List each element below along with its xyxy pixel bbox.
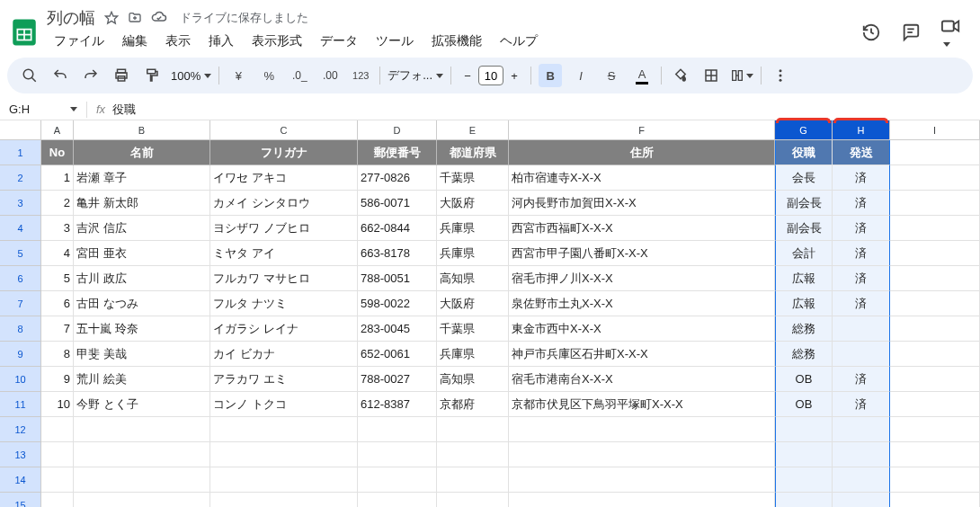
cell-name-8[interactable]: 五十嵐 玲奈 <box>74 316 210 342</box>
percent-button[interactable]: % <box>257 64 281 87</box>
cell-I14[interactable] <box>890 467 980 493</box>
cell-addr-2[interactable]: 柏市宿連寺X-X-X <box>509 165 775 191</box>
cell-pref-9[interactable]: 兵庫県 <box>437 342 509 367</box>
cell-name-11[interactable]: 今野 とく子 <box>74 392 210 417</box>
redo-button[interactable] <box>79 64 102 87</box>
cell-name-6[interactable]: 古川 政広 <box>74 266 210 291</box>
cell-C13[interactable] <box>210 442 358 467</box>
cell-addr-11[interactable]: 京都市伏見区下鳥羽平塚町X-X-X <box>509 392 775 417</box>
cell-H15[interactable] <box>833 493 890 507</box>
cell-furigana-4[interactable]: ヨシザワ ノブヒロ <box>210 216 358 241</box>
sheets-logo[interactable] <box>9 17 40 48</box>
cell-I7[interactable] <box>890 291 980 316</box>
cell-pref-8[interactable]: 千葉県 <box>437 316 509 342</box>
formula-bar[interactable]: 役職 <box>112 102 136 118</box>
menu-ツール[interactable]: ツール <box>369 31 421 52</box>
cloud-icon[interactable] <box>151 10 167 26</box>
cell-C15[interactable] <box>210 493 358 507</box>
borders-button[interactable] <box>699 64 723 87</box>
font-size-increase[interactable]: + <box>505 67 523 84</box>
cell-role-2[interactable]: 会長 <box>775 165 833 191</box>
header-furigana[interactable]: フリガナ <box>210 140 358 165</box>
row-header-4[interactable]: 4 <box>0 216 41 241</box>
cell-role-6[interactable]: 広報 <box>775 266 833 291</box>
cell-pref-5[interactable]: 兵庫県 <box>437 241 509 266</box>
cell-role-8[interactable]: 総務 <box>775 316 833 342</box>
row-header-13[interactable]: 13 <box>0 442 41 467</box>
cell-I6[interactable] <box>890 266 980 291</box>
cell-addr-7[interactable]: 泉佐野市土丸X-X-X <box>509 291 775 316</box>
cell-D13[interactable] <box>358 442 437 467</box>
cell-pref-6[interactable]: 高知県 <box>437 266 509 291</box>
cell-H13[interactable] <box>833 442 890 467</box>
column-header-B[interactable]: B <box>74 120 210 139</box>
header-ship[interactable]: 発送 <box>833 140 890 165</box>
cell-ship-11[interactable]: 済 <box>833 392 890 417</box>
paint-format-button[interactable] <box>140 64 164 87</box>
cell-I1[interactable] <box>890 140 980 165</box>
zoom-select[interactable]: 100% <box>171 69 211 83</box>
cell-name-5[interactable]: 宮田 亜衣 <box>74 241 210 266</box>
cell-I9[interactable] <box>890 342 980 367</box>
cell-role-7[interactable]: 広報 <box>775 291 833 316</box>
cell-I5[interactable] <box>890 241 980 266</box>
cell-H14[interactable] <box>833 467 890 493</box>
cell-no-9[interactable]: 8 <box>41 342 74 367</box>
font-size-input[interactable] <box>478 66 503 85</box>
cell-I15[interactable] <box>890 493 980 507</box>
cell-furigana-10[interactable]: アラカワ エミ <box>210 367 358 392</box>
cell-ship-10[interactable]: 済 <box>833 367 890 392</box>
cell-C14[interactable] <box>210 467 358 493</box>
more-formats-button[interactable]: 123 <box>349 64 372 87</box>
cell-zip-8[interactable]: 283-0045 <box>358 316 437 342</box>
cell-pref-4[interactable]: 兵庫県 <box>437 216 509 241</box>
strike-button[interactable]: S <box>600 64 623 87</box>
name-box[interactable]: G:H <box>0 102 77 116</box>
cell-A15[interactable] <box>41 493 74 507</box>
cell-G15[interactable] <box>775 493 833 507</box>
cell-pref-10[interactable]: 高知県 <box>437 367 509 392</box>
cell-G13[interactable] <box>775 442 833 467</box>
select-all-corner[interactable] <box>0 120 41 139</box>
cell-no-8[interactable]: 7 <box>41 316 74 342</box>
italic-button[interactable]: I <box>569 64 592 87</box>
row-header-14[interactable]: 14 <box>0 467 41 493</box>
cell-role-9[interactable]: 総務 <box>775 342 833 367</box>
header-role[interactable]: 役職 <box>775 140 833 165</box>
row-header-3[interactable]: 3 <box>0 191 41 216</box>
cell-I3[interactable] <box>890 191 980 216</box>
cell-no-11[interactable]: 10 <box>41 392 74 417</box>
row-header-6[interactable]: 6 <box>0 266 41 291</box>
cell-zip-7[interactable]: 598-0022 <box>358 291 437 316</box>
column-header-G[interactable]: G <box>775 120 833 139</box>
cell-pref-2[interactable]: 千葉県 <box>437 165 509 191</box>
bold-button[interactable]: B <box>539 64 562 87</box>
row-header-1[interactable]: 1 <box>0 140 41 165</box>
more-button[interactable] <box>769 64 792 87</box>
menu-表示形式[interactable]: 表示形式 <box>245 31 309 52</box>
cell-B14[interactable] <box>74 467 210 493</box>
row-header-11[interactable]: 11 <box>0 392 41 417</box>
cell-furigana-3[interactable]: カメイ シンタロウ <box>210 191 358 216</box>
cell-A12[interactable] <box>41 417 74 442</box>
row-header-7[interactable]: 7 <box>0 291 41 316</box>
print-button[interactable] <box>110 64 133 87</box>
cell-F15[interactable] <box>509 493 775 507</box>
cell-zip-11[interactable]: 612-8387 <box>358 392 437 417</box>
cell-F12[interactable] <box>509 417 775 442</box>
menu-編集[interactable]: 編集 <box>115 31 155 52</box>
cell-B12[interactable] <box>74 417 210 442</box>
cell-zip-6[interactable]: 788-0051 <box>358 266 437 291</box>
column-header-E[interactable]: E <box>437 120 509 139</box>
comment-icon[interactable] <box>901 22 921 42</box>
cell-pref-7[interactable]: 大阪府 <box>437 291 509 316</box>
fill-color-button[interactable] <box>669 64 692 87</box>
cell-C12[interactable] <box>210 417 358 442</box>
increase-decimal-button[interactable]: .00 <box>318 64 342 87</box>
cell-A13[interactable] <box>41 442 74 467</box>
cell-I2[interactable] <box>890 165 980 191</box>
decrease-decimal-button[interactable]: .0_ <box>288 64 311 87</box>
cell-addr-9[interactable]: 神戸市兵庫区石井町X-X-X <box>509 342 775 367</box>
cell-I11[interactable] <box>890 392 980 417</box>
cell-role-5[interactable]: 会計 <box>775 241 833 266</box>
